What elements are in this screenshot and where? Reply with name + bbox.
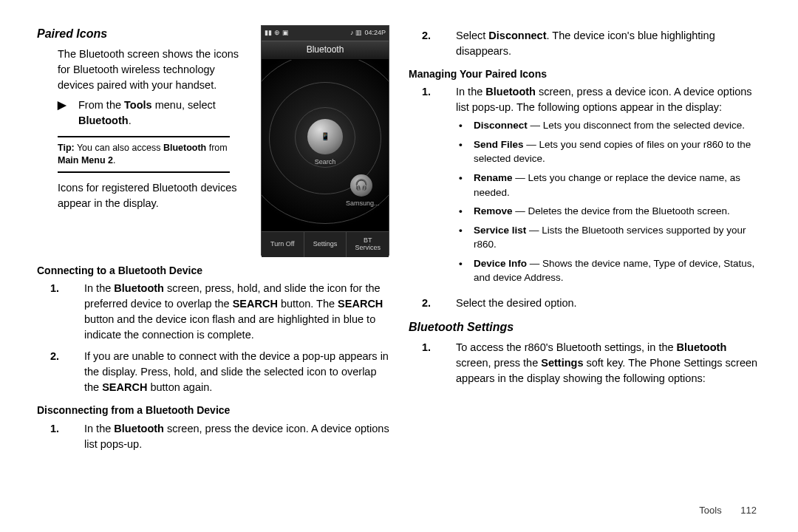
paired-device-label: Samsung...	[346, 199, 380, 208]
managing-steps: 1. In the Bluetooth screen, press a devi…	[409, 84, 761, 311]
options-list: Disconnect — Lets you disconnect from th…	[456, 118, 761, 285]
heading-bluetooth-settings: Bluetooth Settings	[409, 318, 761, 335]
softkey-turn-off: Turn Off	[262, 232, 304, 257]
tip-box: Tip: You can also access Bluetooth from …	[58, 136, 230, 173]
phone-radar-area: 📱 Search 🎧 Samsung...	[262, 60, 389, 231]
list-item: 1. In the Bluetooth screen, press the de…	[37, 421, 389, 452]
disconnect-continue: 2. Select Disconnect. The device icon's …	[409, 28, 761, 59]
clock-text: 04:24P	[364, 28, 386, 38]
arrow-icon: ▶	[58, 98, 78, 129]
heading-connecting: Connecting to a Bluetooth Device	[37, 263, 389, 278]
battery-icon: ▥	[355, 28, 362, 38]
list-item: 1. In the Bluetooth screen, press a devi…	[409, 84, 761, 290]
list-item: 2. If you are unable to connect with the…	[37, 349, 389, 395]
paired-intro: The Bluetooth screen shows the icons for…	[58, 47, 250, 93]
paired-device-icon: 🎧	[350, 174, 372, 197]
phone-statusbar: ▮▮⊕▣ ♪▥04:24P	[262, 26, 389, 41]
alarm-icon: ▣	[282, 28, 289, 38]
bt-status-icon: ⊕	[274, 28, 280, 38]
registered-text: Icons for registered Bluetooth devices a…	[58, 180, 250, 211]
phone-title: Bluetooth	[262, 41, 389, 60]
footer-page-number: 112	[740, 505, 757, 516]
list-item: 1. In the Bluetooth screen, press, hold,…	[37, 281, 389, 343]
menu-step: ▶ From the Tools menu, select Bluetooth.	[58, 98, 250, 129]
softkey-settings: Settings	[304, 232, 347, 257]
signal-icon: ▮▮	[265, 28, 272, 38]
softkey-bt-services: BT Services	[347, 232, 389, 257]
page-footer: Tools 112	[699, 505, 757, 516]
sound-icon: ♪	[350, 28, 354, 38]
heading-paired-icons: Paired Icons	[37, 25, 250, 42]
left-column: Paired Icons The Bluetooth screen shows …	[37, 25, 389, 466]
footer-section: Tools	[699, 505, 721, 516]
settings-steps: 1. To access the r860's Bluetooth settin…	[409, 340, 761, 386]
heading-managing: Managing Your Paired Icons	[409, 66, 761, 81]
disconnecting-steps: 1. In the Bluetooth screen, press the de…	[37, 421, 389, 452]
search-device-icon: 📱	[307, 119, 343, 154]
list-item: 2. Select the desired option.	[409, 296, 761, 311]
right-column: 2. Select Disconnect. The device icon's …	[409, 25, 761, 466]
phone-screenshot: ▮▮⊕▣ ♪▥04:24P Bluetooth 📱 Search 🎧 Samsu…	[261, 25, 389, 256]
heading-disconnecting: Disconnecting from a Bluetooth Device	[37, 403, 389, 417]
connecting-steps: 1. In the Bluetooth screen, press, hold,…	[37, 281, 389, 395]
manual-page: Paired Icons The Bluetooth screen shows …	[0, 0, 798, 473]
list-item: 1. To access the r860's Bluetooth settin…	[409, 340, 761, 386]
list-item: 2. Select Disconnect. The device icon's …	[409, 28, 761, 59]
phone-softkeys: Turn Off Settings BT Services	[262, 231, 389, 257]
search-label: Search	[315, 157, 336, 167]
